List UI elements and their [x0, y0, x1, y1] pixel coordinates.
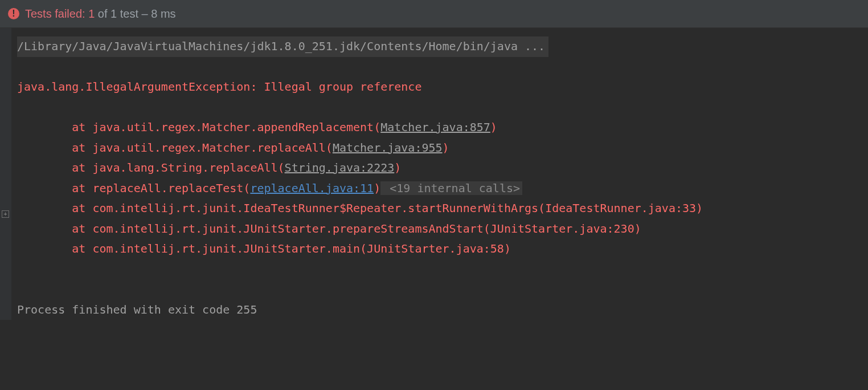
tests-duration: 8 ms [151, 7, 175, 20]
stack-frame: at java.lang.String.replaceAll(String.ja… [17, 161, 401, 174]
source-link[interactable]: Matcher.java:857 [380, 120, 490, 134]
source-link[interactable]: String.java:2223 [285, 161, 395, 174]
exception-line: java.lang.IllegalArgumentException: Ille… [17, 80, 421, 94]
command-line: /Library/Java/JavaVirtualMachines/jdk1.8… [17, 36, 548, 57]
stack-frame: at com.intellij.rt.junit.JUnitStarter.pr… [17, 222, 641, 235]
plus-icon: + [3, 211, 7, 217]
tests-sep: – [142, 7, 148, 20]
internal-calls-fold[interactable]: <19 internal calls> [380, 181, 522, 195]
tests-total-text: of 1 test [98, 7, 138, 20]
console-gutter [0, 28, 11, 320]
console-output[interactable]: + /Library/Java/JavaVirtualMachines/jdk1… [0, 28, 868, 320]
console-pre: /Library/Java/JavaVirtualMachines/jdk1.8… [17, 36, 868, 320]
stack-frame: at com.intellij.rt.junit.JUnitStarter.ma… [17, 242, 511, 255]
tests-failed-summary: Tests failed: 1 of 1 test – 8 ms [25, 7, 176, 21]
stack-frame: at java.util.regex.Matcher.appendReplace… [17, 120, 497, 134]
stack-frame: at replaceAll.replaceTest(replaceAll.jav… [17, 181, 380, 195]
test-result-header: ! Tests failed: 1 of 1 test – 8 ms [0, 0, 868, 28]
stack-frame: at com.intellij.rt.junit.IdeaTestRunner$… [17, 201, 703, 215]
exit-code-line: Process finished with exit code 255 [17, 303, 257, 316]
tests-failed-label: Tests failed: [25, 7, 85, 20]
expand-fold-button[interactable]: + [2, 210, 9, 218]
source-link[interactable]: Matcher.java:955 [333, 141, 443, 155]
tests-failed-icon: ! [8, 8, 19, 19]
source-link[interactable]: replaceAll.java:11 [250, 181, 374, 195]
tests-failed-count: 1 [88, 7, 95, 20]
stack-frame: at java.util.regex.Matcher.replaceAll(Ma… [17, 141, 449, 155]
